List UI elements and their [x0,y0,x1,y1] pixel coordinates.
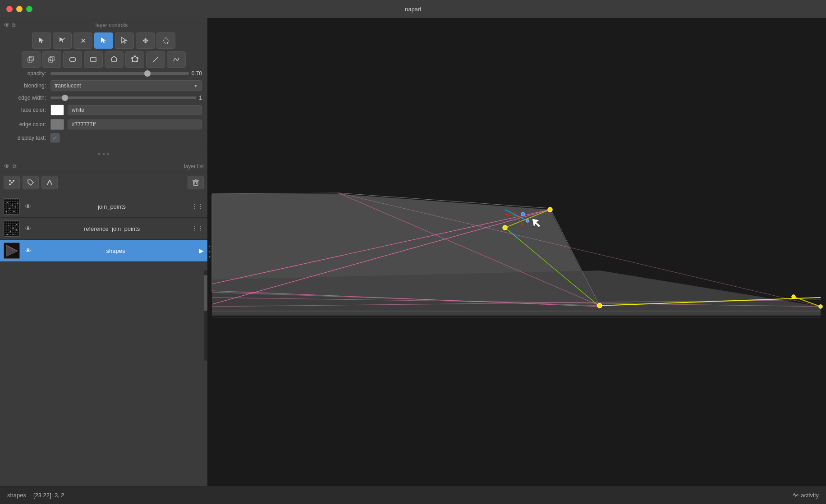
layer-thumbnail-shapes [4,243,20,259]
svg-point-8 [69,57,76,62]
layer-thumbnail-join-points [4,198,20,215]
svg-point-30 [9,208,10,210]
minimize-button[interactable] [16,6,23,12]
layer-visibility-join-points[interactable]: 👁 [23,203,32,210]
line-tool-button[interactable] [146,51,165,68]
status-coords: [23 22]: 3, 2 [33,492,64,499]
display-text-label: display text: [5,135,50,141]
svg-point-39 [16,229,17,231]
svg-line-1 [167,43,168,44]
select-tool-button[interactable] [32,32,51,49]
layer-controls-label: layer controls [19,22,204,28]
layer-list-lock-icon[interactable]: ⧉ [13,163,17,170]
svg-point-77 [548,207,552,212]
svg-point-13 [137,57,138,59]
rect-tool-button[interactable] [84,51,103,68]
svg-rect-9 [91,58,96,61]
left-panel: 👁 ⧉ layer controls + ✕ ✥ [0,18,207,486]
svg-rect-27 [4,199,20,215]
layer-options-reference-join-points[interactable]: ⋮⋮ [191,225,204,232]
layer-visibility-shapes[interactable]: 👁 [23,247,32,254]
layer-name-join-points: join_points [36,203,188,210]
vertex-select-tool-button[interactable] [115,32,134,49]
close-button[interactable] [6,6,13,12]
layer-item-shapes[interactable]: 👁 shapes ▶ [0,240,207,262]
svg-point-15 [132,60,133,62]
edge-width-value: 1 [199,95,202,101]
svg-point-42 [13,234,14,235]
eye-icon[interactable]: 👁 [4,22,10,29]
opacity-slider[interactable] [50,72,189,75]
layer-item-join-points[interactable]: 👁 join_points ⋮⋮ [0,196,207,218]
select-active-tool-button[interactable] [94,32,113,49]
delete-tool-button[interactable]: ✕ [73,32,92,49]
panel-expand-dots[interactable]: • • • [206,245,212,258]
layer-list-section: 👁 ⧉ layer list [0,160,207,486]
add-label-button[interactable] [41,176,58,189]
edge-width-control: edge width: 1 [4,95,204,101]
layers-scrollbar[interactable] [204,270,207,361]
status-bar: shapes [23 22]: 3, 2 activity [0,486,826,504]
svg-point-79 [597,303,602,308]
status-layer-name: shapes [7,492,26,499]
svg-point-21 [9,180,11,182]
edge-width-slider[interactable] [50,96,196,99]
section-header-icons: 👁 ⧉ [4,22,16,29]
svg-point-16 [131,57,133,59]
titlebar: napari [0,0,826,18]
layer-type-shapes[interactable]: ▶ [199,247,204,254]
layer-controls-header: 👁 ⧉ layer controls [4,22,204,29]
svg-point-41 [16,224,18,225]
app-title: napari [405,6,421,13]
layer-visibility-reference-join-points[interactable]: 👁 [23,225,32,232]
svg-point-32 [6,211,7,212]
activity-button[interactable]: activity [793,492,819,499]
display-text-checkbox[interactable]: ✓ [50,133,60,142]
svg-point-36 [8,225,9,226]
svg-point-34 [14,211,15,212]
layer-list-toolbar [0,173,207,192]
vertex-edit-tool-button[interactable] [125,51,144,68]
face-color-swatch[interactable] [50,105,64,115]
lasso-tool-button[interactable] [156,32,175,49]
layer-item-reference-join-points[interactable]: 👁 reference_join_points ⋮⋮ [0,218,207,240]
blending-dropdown[interactable]: translucent ▼ [50,80,202,91]
svg-point-37 [13,228,14,229]
svg-point-82 [521,212,525,216]
titlebar-controls [6,6,32,12]
edge-color-row: #777777ff [50,119,202,130]
svg-point-83 [526,220,529,222]
maximize-button[interactable] [26,6,32,12]
paste-shapes-button[interactable] [42,51,61,68]
svg-point-80 [819,305,822,308]
edge-color-swatch[interactable] [50,119,64,130]
add-tool-button[interactable]: + [53,32,72,49]
ellipse-tool-button[interactable] [63,51,82,68]
main-canvas-svg[interactable] [207,18,826,486]
polygon-tool-button[interactable] [105,51,124,68]
layer-list-eye-icon[interactable]: 👁 [4,163,10,170]
edge-color-text[interactable]: #777777ff [68,119,202,129]
face-color-row: white [50,105,202,115]
svg-point-28 [7,202,9,203]
lock-icon[interactable]: ⧉ [12,22,16,28]
scrollbar-thumb[interactable] [204,275,207,311]
svg-point-19 [11,182,13,183]
add-shapes-button[interactable] [23,176,39,189]
svg-point-40 [7,234,8,235]
add-points-button[interactable] [4,176,20,189]
display-text-checkbox-container: ✓ [50,133,60,142]
layer-options-join-points[interactable]: ⋮⋮ [191,203,204,210]
svg-text:+: + [63,37,65,41]
delete-layer-button[interactable] [188,176,204,189]
path-tool-button[interactable] [167,51,186,68]
activity-icon [793,492,799,499]
face-color-text[interactable]: white [68,105,202,115]
blending-label: blending: [5,82,50,89]
move-tool-button[interactable]: ✥ [136,32,155,49]
display-text-control: display text: ✓ [4,133,204,142]
svg-rect-22 [193,181,198,185]
canvas-area [207,18,826,486]
svg-rect-3 [29,56,33,61]
copy-shapes-button[interactable] [22,51,41,68]
